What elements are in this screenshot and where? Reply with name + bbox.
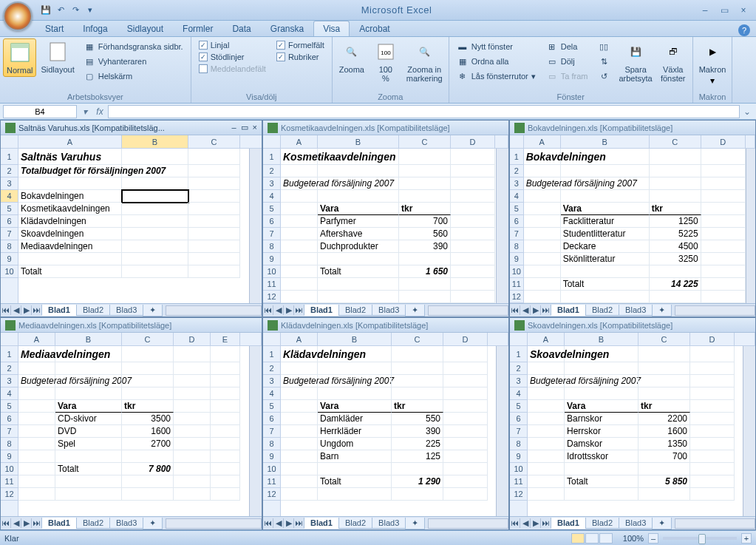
redo-icon[interactable]: ↷ [69, 4, 81, 16]
row-header[interactable]: 5 [263, 400, 280, 413]
cell[interactable] [188, 265, 240, 278]
row-header[interactable]: 4 [510, 387, 527, 400]
column-header[interactable]: B [55, 333, 122, 345]
cell[interactable] [188, 240, 240, 253]
cell[interactable] [18, 450, 55, 463]
reset-position-button[interactable]: ↺ [596, 70, 611, 83]
cell[interactable] [701, 149, 746, 165]
column-header[interactable]: A [281, 333, 318, 345]
cell[interactable] [443, 400, 488, 413]
sheet-tab[interactable]: Blad1 [41, 518, 77, 529]
cell[interactable] [188, 253, 240, 265]
cell[interactable]: 550 [392, 413, 443, 425]
select-all-corner[interactable] [510, 135, 524, 149]
cell[interactable] [451, 190, 495, 203]
cell[interactable]: Totalt [55, 463, 122, 475]
row-header[interactable]: 4 [263, 387, 280, 400]
cell[interactable] [443, 346, 488, 362]
cell[interactable] [281, 488, 318, 501]
cell[interactable]: Mediaavdelningen [18, 346, 55, 362]
cell[interactable] [650, 165, 701, 177]
cell[interactable] [701, 278, 746, 291]
cell[interactable] [528, 400, 565, 413]
row-header[interactable]: 3 [510, 375, 527, 387]
cell[interactable] [211, 475, 240, 488]
first-sheet-icon[interactable]: ⏮ [510, 518, 520, 528]
cell[interactable] [524, 278, 561, 291]
cell[interactable] [18, 387, 55, 400]
maximize-button[interactable]: ▭ [716, 4, 732, 16]
qat-dropdown-icon[interactable]: ▾ [84, 4, 96, 16]
cell[interactable] [701, 253, 746, 265]
cell[interactable]: 390 [399, 240, 451, 253]
select-all-corner[interactable] [510, 333, 528, 346]
cell[interactable] [701, 177, 746, 190]
next-sheet-icon[interactable]: ▶ [531, 518, 541, 528]
row-header[interactable]: 6 [263, 215, 280, 228]
column-header[interactable]: E [211, 333, 240, 345]
column-header[interactable]: C [399, 135, 451, 148]
cell[interactable] [650, 291, 701, 303]
cell[interactable] [122, 450, 174, 463]
first-sheet-icon[interactable]: ⏮ [263, 305, 273, 315]
column-header[interactable]: D [701, 135, 746, 148]
new-sheet-button[interactable]: ✦ [652, 305, 672, 316]
cell[interactable] [524, 215, 561, 228]
cell[interactable]: 14 225 [650, 278, 701, 291]
row-header[interactable]: 9 [510, 450, 527, 463]
last-sheet-icon[interactable]: ⏭ [541, 518, 551, 528]
cell[interactable]: Mediaavdelningen [18, 240, 122, 253]
cell[interactable] [392, 375, 443, 387]
row-header[interactable]: 6 [510, 215, 523, 228]
column-header[interactable]: A [524, 135, 561, 148]
formula-input[interactable] [108, 105, 740, 118]
sheet-tab[interactable]: Blad1 [551, 305, 586, 316]
row-header[interactable]: 9 [510, 253, 523, 265]
cell[interactable] [122, 387, 174, 400]
cell[interactable]: 2200 [638, 413, 690, 425]
horizontal-scrollbar[interactable] [675, 518, 755, 529]
row-header[interactable]: 10 [263, 265, 280, 278]
cell[interactable]: 1600 [638, 425, 690, 438]
column-header[interactable]: C [638, 333, 690, 345]
cell[interactable] [211, 450, 240, 463]
wb-close-icon[interactable]: × [253, 123, 257, 132]
cell[interactable] [524, 291, 561, 303]
vertical-scrollbar[interactable] [746, 149, 755, 303]
cell[interactable] [392, 387, 443, 400]
cell[interactable] [318, 346, 392, 362]
cell[interactable] [281, 265, 318, 278]
row-header[interactable]: 5 [1, 203, 18, 215]
cell[interactable] [528, 475, 565, 488]
cell[interactable] [565, 375, 638, 387]
cell[interactable] [55, 475, 122, 488]
cell[interactable] [690, 400, 735, 413]
cell[interactable] [392, 463, 443, 475]
office-button[interactable] [3, 1, 33, 31]
row-header[interactable]: 12 [510, 488, 527, 501]
cell[interactable] [701, 265, 746, 278]
cell[interactable] [281, 387, 318, 400]
cell[interactable] [399, 165, 451, 177]
cell[interactable] [174, 400, 211, 413]
cell[interactable] [122, 253, 188, 265]
horizontal-scrollbar[interactable] [428, 518, 508, 529]
cell[interactable] [650, 177, 701, 190]
cell[interactable] [318, 387, 392, 400]
tab-acrobat[interactable]: Acrobat [350, 21, 399, 36]
cell[interactable] [701, 190, 746, 203]
page-break-preview-button[interactable]: ▦Förhandsgranska sidbr. [82, 40, 185, 53]
page-layout-shortcut[interactable] [585, 533, 599, 544]
cell[interactable] [318, 177, 399, 190]
cell[interactable]: Herrskor [565, 425, 638, 438]
row-header[interactable]: 7 [1, 228, 18, 240]
cell[interactable]: Kosmetikaavdelningen [18, 203, 122, 215]
cell[interactable] [701, 165, 746, 177]
cell[interactable] [122, 228, 188, 240]
cell[interactable] [565, 463, 638, 475]
vertical-scrollbar[interactable] [249, 346, 262, 516]
select-all-corner[interactable] [263, 333, 281, 346]
cell[interactable]: Barn [318, 450, 392, 463]
row-header[interactable]: 12 [1, 488, 18, 501]
sheet-tab[interactable]: Blad2 [338, 305, 372, 316]
